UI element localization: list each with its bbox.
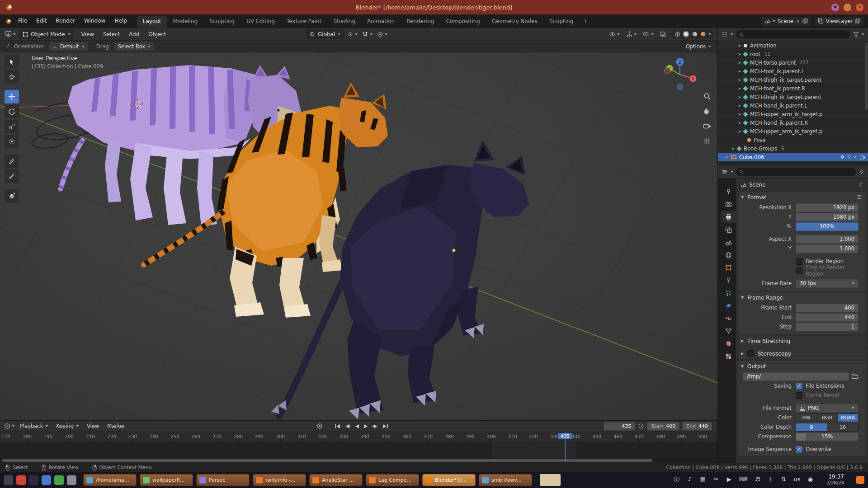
workspace-tab[interactable]: Shading	[327, 16, 361, 28]
jump-to-end-button[interactable]	[382, 424, 388, 429]
close-button[interactable]: ✕	[856, 4, 863, 11]
stereoscopy-checkbox[interactable]	[747, 350, 754, 357]
shading-material-button[interactable]	[691, 31, 698, 38]
launcher-icon[interactable]	[4, 475, 13, 485]
orientation-dropdown[interactable]: Default	[49, 42, 88, 51]
viewlayer-selector[interactable]: ViewLayer	[815, 17, 863, 26]
preview-range-button[interactable]	[638, 423, 644, 429]
tool-annotate-button[interactable]	[5, 155, 19, 168]
workspace-tab[interactable]: Layout	[137, 16, 167, 28]
tab-modifiers[interactable]	[721, 274, 736, 286]
viewport-menu[interactable]: Select	[99, 31, 124, 38]
timeline-editor-type-button[interactable]	[3, 422, 16, 430]
viewport-3d[interactable]: User Perspective (435) Collection | Cube…	[0, 52, 717, 420]
pin-button[interactable]: ♥	[831, 4, 839, 11]
properties-search-input[interactable]	[746, 169, 853, 175]
tray-icon[interactable]: ⇅	[780, 476, 787, 484]
blender-menu-icon[interactable]	[5, 18, 12, 25]
outliner-search-input[interactable]	[746, 31, 847, 38]
outliner-row[interactable]: ▶ Cube.006 ⚙ ▽ ✓	[718, 153, 868, 161]
launcher-icon[interactable]	[67, 475, 76, 485]
shading-solid-button[interactable]	[683, 31, 689, 38]
mode-selector[interactable]: Object Mode	[19, 29, 74, 39]
resolution-percent-slider[interactable]: 100%	[796, 222, 859, 231]
snap-toggle-button[interactable]	[361, 30, 374, 38]
zoom-icon[interactable]	[703, 92, 711, 100]
tray-icon[interactable]: ▶	[726, 476, 732, 484]
file-extensions-checkbox[interactable]: ✓	[796, 383, 802, 389]
object-visibility-button[interactable]	[608, 30, 621, 38]
tray-icon[interactable]: ◉	[807, 476, 813, 484]
tool-cursor-button[interactable]	[5, 70, 19, 84]
frame-rate-dropdown[interactable]: 30 fps	[796, 279, 859, 288]
taskbar-window-button[interactable]: Lag Compe...	[366, 474, 419, 486]
outliner-editor-icon[interactable]	[722, 31, 728, 38]
play-button[interactable]	[363, 424, 368, 429]
disclosure-arrow-icon[interactable]: ▶	[737, 70, 743, 73]
toggle-grid-icon[interactable]	[703, 137, 711, 145]
funnel-icon[interactable]	[853, 32, 859, 38]
stereoscopy-header[interactable]: ▶ Stereoscopy	[738, 348, 866, 359]
outliner-scrollbar[interactable]	[865, 42, 868, 110]
tab-physics[interactable]	[721, 300, 736, 311]
tray-icon[interactable]: ▦	[700, 476, 706, 484]
new-scene-icon[interactable]	[802, 19, 808, 24]
options-button[interactable]: Options	[686, 43, 711, 50]
output-panel-header[interactable]: ▼ Output	[738, 361, 866, 371]
tool-transform-button[interactable]	[5, 135, 19, 148]
xray-toggle-button[interactable]	[659, 30, 668, 38]
workspace-tab[interactable]: Texture Paint	[281, 16, 327, 28]
taskbar-clock[interactable]: 19:37 2/28/24	[826, 474, 844, 486]
tray-icon[interactable]: ⓘ	[674, 476, 680, 484]
frame-step-field[interactable]: 1	[796, 323, 859, 331]
outliner-row[interactable]: ▶ MCH-foot_ik.parent.R ⚙ ▽ ✓	[718, 84, 868, 93]
tab-object[interactable]	[721, 262, 736, 273]
workspace-tab[interactable]: Scripting	[543, 16, 579, 28]
tab-constraints[interactable]	[721, 312, 736, 324]
topbar-menu[interactable]: Render	[51, 14, 80, 28]
jump-to-start-button[interactable]	[335, 424, 340, 429]
add-workspace-button[interactable]: +	[579, 16, 592, 28]
cache-result-checkbox[interactable]	[796, 392, 802, 399]
transform-orientation-selector[interactable]: Global	[306, 29, 344, 39]
depth-8-button[interactable]: 8	[796, 423, 827, 431]
workspace-tab[interactable]: UV Editing	[241, 16, 281, 28]
outliner-row[interactable]: ▶ Bone Groups 6 ⚙ ▽ ✓	[718, 144, 868, 153]
outliner-row[interactable]: ▶ MCH-hand_ik.parent.R ⚙ ▽ ✓	[718, 118, 868, 127]
workspace-tab[interactable]: Rendering	[401, 16, 440, 28]
tab-output[interactable]	[721, 211, 736, 223]
disclosure-arrow-icon[interactable]: ▶	[731, 147, 736, 150]
tray-icon[interactable]: ♪	[687, 476, 693, 484]
disclosure-arrow-icon[interactable]: ▶	[737, 130, 743, 133]
disclosure-arrow-icon[interactable]: ▶	[737, 121, 743, 125]
editor-type-button[interactable]	[4, 30, 17, 38]
current-frame-field[interactable]: 435	[604, 422, 635, 431]
topbar-menu[interactable]: File	[14, 14, 32, 28]
outliner-row[interactable]: ▶ MCH-torso.parent 237 ⚙ ▽ ✓	[718, 58, 868, 67]
timeline-ruler[interactable]: 1701801902002102202302402502602702802903…	[0, 432, 717, 442]
maximize-button[interactable]: ▢	[844, 4, 851, 11]
pivot-point-button[interactable]	[346, 30, 359, 38]
tray-icon[interactable]: ᛒ	[767, 476, 774, 484]
taskbar-window-button[interactable]: twily.info -...	[253, 474, 306, 486]
taskbar-window-button[interactable]: Parsec	[196, 474, 250, 486]
resolution-x-field[interactable]: 1920 px	[796, 203, 859, 212]
tab-world[interactable]	[721, 249, 736, 261]
resolution-y-field[interactable]: 1080 px	[796, 213, 859, 221]
camera-icon[interactable]	[860, 155, 865, 160]
outliner-row[interactable]: ▶ Animation ⚙ ▽ ✓	[718, 41, 868, 50]
timeline-scrollbar[interactable]	[2, 459, 652, 462]
frame-start-field[interactable]: Start400	[647, 422, 679, 431]
aspect-y-field[interactable]: 1.000	[796, 244, 859, 253]
outliner-row[interactable]: ▶ root 11 ⚙ ▽ ✓	[718, 50, 868, 58]
tab-particles[interactable]	[721, 287, 736, 299]
disclosure-arrow-icon[interactable]: ▶	[737, 104, 743, 108]
compression-slider[interactable]: 15%	[796, 432, 859, 441]
marker-menu[interactable]: Marker	[103, 423, 129, 429]
launcher-icon[interactable]	[29, 475, 38, 485]
taskbar-window-button[interactable]: wallpaperfl...	[140, 474, 193, 486]
tab-texture[interactable]	[721, 350, 736, 362]
shading-wireframe-button[interactable]	[674, 31, 681, 38]
outliner-row[interactable]: ▶ MCH-foot_ik.parent.L ⚙ ▽ ✓	[718, 67, 868, 75]
outliner-row[interactable]: ▶ MCH-thigh_ik_target.parent ⚙ ▽ ✓	[718, 75, 868, 84]
